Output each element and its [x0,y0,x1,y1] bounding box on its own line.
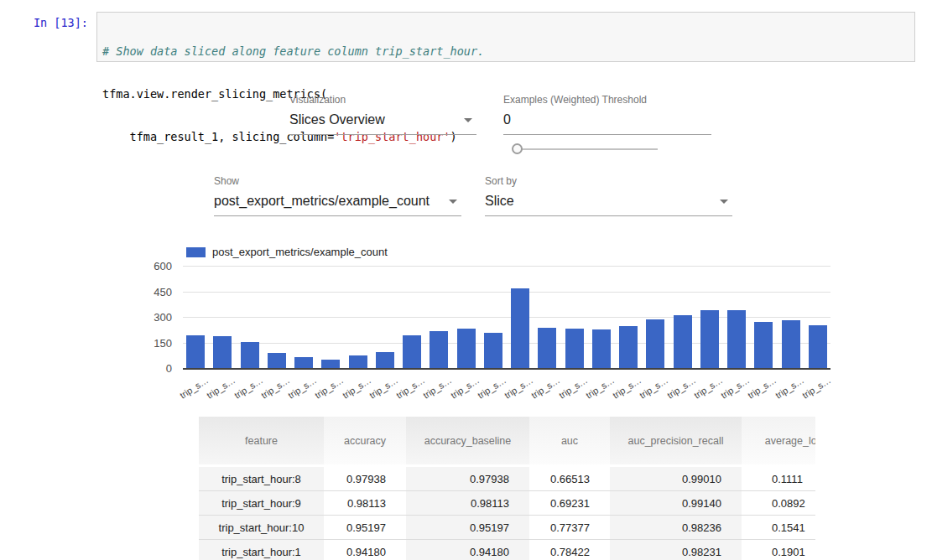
x-axis-tick: trip_s… [727,371,746,402]
bar[interactable] [241,342,259,368]
x-axis-tick: trip_s… [321,371,340,402]
threshold-input[interactable]: 0 [503,108,711,135]
bar[interactable] [674,315,692,368]
threshold-field[interactable]: Examples (Weighted) Threshold 0 [503,94,711,135]
table-cell: trip_start_hour:9 [199,491,324,516]
slider-track[interactable] [521,148,658,150]
visualization-select[interactable]: Visualization Slices Overview [289,94,476,135]
chevron-down-icon[interactable] [720,200,728,204]
bar[interactable] [213,336,232,368]
x-axis-tick: trip_s… [754,371,773,402]
legend-label: post_export_metrics/example_count [212,246,388,258]
bar[interactable] [782,320,800,368]
bar[interactable] [321,360,340,368]
table-cell: 0.98236 [610,516,742,540]
threshold-label: Examples (Weighted) Threshold [503,94,711,108]
x-axis-tick: trip_s… [565,371,584,402]
bar[interactable] [700,310,719,368]
code-input-area[interactable]: # Show data sliced along feature column … [96,12,915,62]
table-cell: 0.98113 [406,491,529,516]
column-header[interactable]: accuracy [324,417,406,466]
table-cell: 0.1111 [742,466,815,491]
table-row: trip_start_hour:90.981130.981130.692310.… [199,491,815,516]
bar[interactable] [403,335,421,368]
threshold-slider[interactable] [512,143,658,155]
bar[interactable] [619,326,638,368]
table-cell: 0.95197 [406,516,529,540]
bar[interactable] [592,329,611,368]
x-axis-tick: trip_s… [592,371,611,402]
x-axis-tick: trip_s… [268,371,286,402]
bar[interactable] [457,329,476,368]
bar[interactable] [349,355,367,368]
sort-by-value[interactable]: Slice [485,189,732,216]
sort-by-select[interactable]: Sort by Slice [485,175,732,216]
column-header[interactable]: average_loss [742,417,815,466]
metrics-table-container: featureaccuracyaccuracy_baselineaucauc_p… [199,417,815,560]
code-comment-line: # Show data sliced along feature column … [102,44,914,59]
table-cell: 0.1541 [742,516,815,540]
x-axis-tick: trip_s… [782,371,800,402]
bar[interactable] [376,352,394,368]
table-cell: 0.94180 [324,540,406,560]
x-axis-tick: trip_s… [403,371,421,402]
x-axis-tick: trip_s… [700,371,719,402]
bar[interactable] [809,325,827,368]
table-cell: 0.69231 [529,491,610,516]
table-body: trip_start_hour:80.979380.979380.665130.… [199,466,815,560]
table-cell: trip_start_hour:10 [199,516,324,540]
column-header[interactable]: auc_precision_recall [610,417,742,466]
bar[interactable] [754,322,773,368]
x-axis-tick: trip_s… [511,371,529,402]
y-axis-tick: 450 [154,286,172,298]
column-header[interactable]: accuracy_baseline [406,417,529,466]
x-axis-tick: trip_s… [241,371,259,402]
cell-input-prompt: In [13]: [0,16,88,30]
table-cell: 0.98113 [324,491,406,516]
table-cell: 0.0892 [742,491,815,516]
x-axis-tick: trip_s… [484,371,502,402]
chevron-down-icon[interactable] [449,200,457,204]
y-axis: 6004503001500 [126,266,172,370]
bar[interactable] [430,331,448,368]
y-axis-tick: 600 [154,260,172,272]
table-cell: 0.97938 [406,466,529,491]
table-cell: 0.94180 [406,540,529,560]
table-cell: 0.66513 [529,466,610,491]
show-select[interactable]: Show post_export_metrics/example_count [214,175,461,216]
table-cell: 0.78422 [529,540,610,560]
sort-by-label: Sort by [485,175,732,189]
bar[interactable] [186,335,205,368]
show-value[interactable]: post_export_metrics/example_count [214,189,461,216]
column-header[interactable]: feature [199,417,324,466]
bar[interactable] [646,319,664,368]
show-label: Show [214,175,461,189]
x-axis-tick: trip_s… [809,371,827,402]
table-row: trip_start_hour:80.979380.979380.665130.… [199,466,815,491]
bar[interactable] [268,353,286,368]
bar[interactable] [511,288,529,368]
bar[interactable] [538,328,556,368]
y-axis-tick: 0 [166,362,172,375]
table-cell: 0.97938 [324,466,406,491]
column-header[interactable]: auc [529,417,610,466]
bar[interactable] [727,310,746,368]
table-cell: 0.99140 [610,491,742,516]
table-cell: 0.98231 [610,540,742,560]
visualization-value[interactable]: Slices Overview [289,108,476,135]
table-cell: trip_start_hour:8 [199,466,324,491]
bar[interactable] [484,333,502,368]
visualization-label: Visualization [289,94,476,108]
table-row: trip_start_hour:100.951970.951970.773770… [199,516,815,540]
table-cell: 0.99010 [610,466,742,491]
x-axis-tick: trip_s… [186,371,205,402]
bar[interactable] [294,357,313,368]
table-header-row: featureaccuracyaccuracy_baselineaucauc_p… [199,417,815,466]
metrics-table: featureaccuracyaccuracy_baselineaucauc_p… [199,417,815,560]
chevron-down-icon[interactable] [464,118,472,122]
bar[interactable] [565,329,584,368]
table-cell: 0.1901 [742,540,815,560]
x-axis-tick: trip_s… [619,371,638,402]
slider-handle[interactable] [512,143,523,154]
table-cell: 0.95197 [324,516,406,540]
